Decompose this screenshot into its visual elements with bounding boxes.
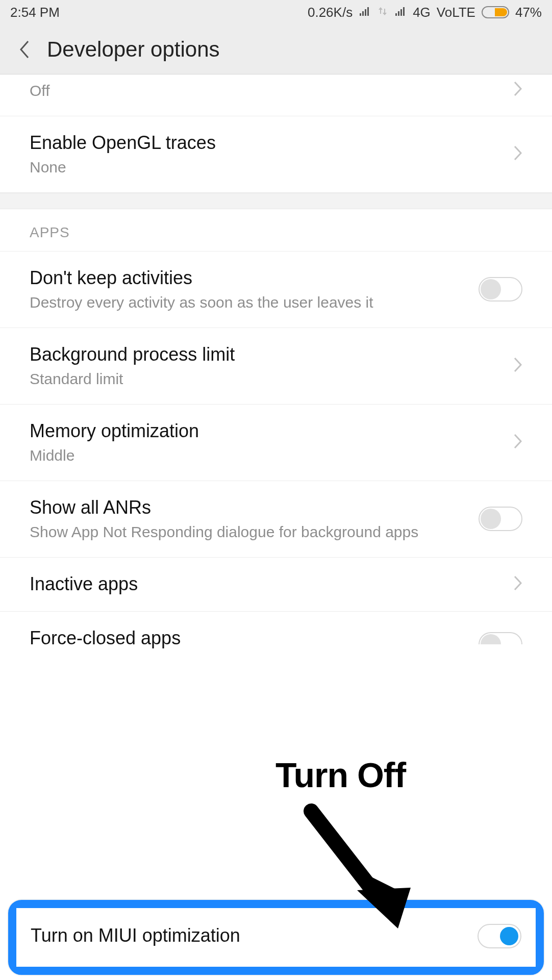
chevron-right-icon	[513, 145, 522, 163]
row-title: Enable OpenGL traces	[30, 131, 503, 156]
settings-list: Off Enable OpenGL traces None APPS Don't…	[0, 74, 552, 681]
row-dont-keep-activities[interactable]: Don't keep activities Destroy every acti…	[0, 252, 552, 328]
row-bg-process-limit[interactable]: Background process limit Standard limit	[0, 328, 552, 405]
toggle-dont-keep-activities[interactable]	[479, 277, 522, 301]
annotation-highlight-box: Turn on MIUI optimization	[8, 900, 544, 975]
row-memory-optimization[interactable]: Memory optimization Middle	[0, 405, 552, 481]
row-inactive-apps[interactable]: Inactive apps	[0, 558, 552, 612]
row-sub: Off	[30, 81, 503, 102]
status-right: 0.26K/s 4G VoLTE 47%	[308, 5, 542, 20]
page-title: Developer options	[47, 37, 220, 62]
status-volte: VoLTE	[437, 5, 475, 20]
signal-icon-1	[359, 5, 371, 20]
chevron-right-icon	[513, 357, 522, 374]
row-title: Turn on MIUI optimization	[31, 923, 467, 948]
row-partial-previous[interactable]: Off	[0, 74, 552, 116]
toggle-knob	[500, 927, 518, 945]
row-miui-optimization[interactable]: Turn on MIUI optimization	[16, 908, 536, 967]
chevron-right-icon	[513, 81, 522, 98]
battery-icon	[482, 6, 509, 18]
row-sub: Middle	[30, 445, 503, 466]
toggle-knob	[481, 509, 501, 529]
row-sub: Show App Not Responding dialogue for bac…	[30, 522, 468, 543]
toggle-show-all-anrs[interactable]	[479, 507, 522, 531]
status-network: 4G	[413, 5, 431, 20]
chevron-right-icon	[513, 575, 522, 593]
row-show-all-anrs[interactable]: Show all ANRs Show App Not Responding di…	[0, 481, 552, 558]
row-opengl-traces[interactable]: Enable OpenGL traces None	[0, 116, 552, 193]
signal-icon-2	[394, 5, 407, 20]
row-sub: Destroy every activity as soon as the us…	[30, 292, 468, 313]
toggle-knob	[481, 279, 501, 299]
back-button[interactable]	[12, 37, 37, 62]
toggle-knob	[481, 634, 501, 644]
row-title: Don't keep activities	[30, 266, 468, 291]
header: Developer options	[0, 24, 552, 74]
row-sub: None	[30, 157, 503, 178]
status-bar: 2:54 PM 0.26K/s 4G VoLTE 47%	[0, 0, 552, 24]
row-sub: Standard limit	[30, 369, 503, 390]
toggle-miui-optimization[interactable]	[478, 924, 521, 948]
annotation-label: Turn Off	[275, 755, 406, 795]
toggle-force-closed-apps[interactable]	[479, 632, 522, 644]
row-title: Background process limit	[30, 342, 503, 367]
row-title: Memory optimization	[30, 419, 503, 444]
row-title: Inactive apps	[30, 572, 503, 597]
data-arrows-icon	[377, 5, 388, 20]
section-header-apps: APPS	[0, 209, 552, 252]
status-net-speed: 0.26K/s	[308, 5, 353, 20]
status-time: 2:54 PM	[10, 5, 60, 20]
chevron-left-icon	[19, 40, 30, 59]
row-title: Show all ANRs	[30, 495, 468, 520]
status-battery-pct: 47%	[515, 5, 542, 20]
chevron-right-icon	[513, 434, 522, 451]
row-force-closed-apps[interactable]: Force-closed apps	[0, 612, 552, 682]
section-divider	[0, 193, 552, 209]
row-title: Force-closed apps	[30, 626, 468, 651]
